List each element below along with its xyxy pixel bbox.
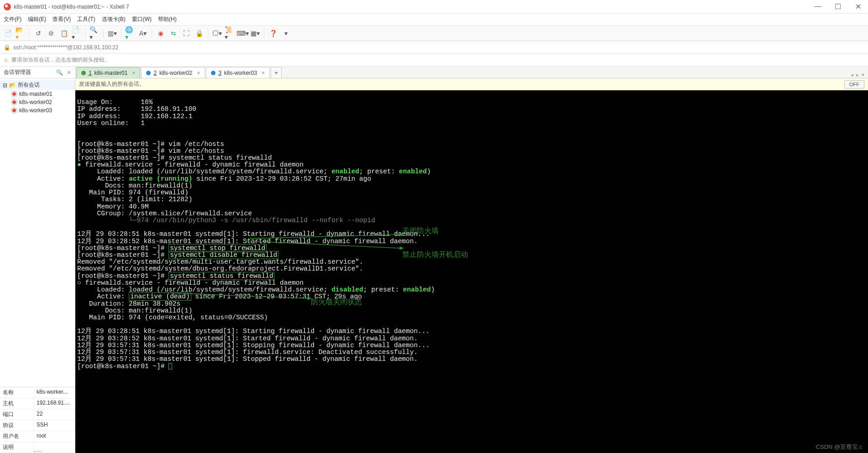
tab-close-icon[interactable]: × [197, 70, 200, 76]
session-tabs: 1 k8s-master01 × 2 k8s-worker02 × 3 k8s-… [75, 67, 868, 78]
window-controls: — ☐ ✕ [811, 2, 864, 11]
sidebar-search-icon[interactable]: 🔍 [56, 69, 63, 76]
tab-num: 1 [89, 70, 92, 76]
tab-close-icon[interactable]: × [132, 70, 135, 76]
ssh-lock-icon: 🔒 [4, 44, 11, 51]
disconnect-icon[interactable]: ⊘ [46, 28, 56, 38]
menu-window[interactable]: 窗口(W) [132, 16, 152, 23]
transfer-icon[interactable]: ⇆ [168, 28, 179, 38]
tree-root-label: 所有会话 [18, 81, 40, 89]
sidebar-resize-handle[interactable] [0, 450, 75, 453]
open-session-icon[interactable]: 📂▾ [16, 28, 26, 38]
tree-root[interactable]: ⊟ 📂 所有会话 [0, 80, 75, 90]
tab-label: k8s-worker02 [159, 70, 192, 76]
monitor-icon[interactable]: 🖵▾ [212, 28, 222, 38]
terminal[interactable]: Usage On: 16% IP address: 192.168.91.100… [75, 90, 868, 453]
tab-nav: ◂ ▸ ▾ [847, 72, 868, 78]
terminal-cursor [168, 363, 172, 370]
separator [121, 29, 121, 38]
tab-status-icon [81, 71, 86, 75]
session-label: k8s-worker03 [19, 107, 52, 114]
separator [208, 29, 208, 38]
search-icon[interactable]: 🔍▾ [89, 28, 100, 38]
layout-icon[interactable]: ▦▾ [250, 28, 260, 38]
broadcast-toggle[interactable]: OFF [844, 80, 864, 89]
menu-help[interactable]: 帮助(H) [158, 16, 177, 23]
separator [264, 29, 264, 38]
session-item-worker02[interactable]: k8s-worker02 [0, 98, 75, 106]
address-bar: 🔒 ssh://root:**************@192.168.91.1… [0, 41, 868, 54]
separator [103, 29, 104, 38]
menu-tabs[interactable]: 选项卡(B) [102, 16, 126, 23]
maximize-button[interactable]: ☐ [831, 2, 844, 11]
prop-row-name: 名称k8s-worker... [0, 387, 75, 398]
address-url[interactable]: ssh://root:**************@192.168.91.100… [13, 44, 118, 51]
font-icon[interactable]: A▾ [138, 28, 148, 38]
separator [152, 29, 152, 38]
window-titlebar: k8s-master01 - root@k8s-master01:~ - Xsh… [0, 0, 868, 14]
session-status-icon [11, 107, 17, 114]
sidebar-header: 会话管理器 🔍 ✕ [0, 67, 75, 78]
tab-worker03[interactable]: 3 k8s-worker03 × [206, 67, 270, 78]
globe-icon[interactable]: 🌐▾ [125, 28, 135, 38]
sidebar-title: 会话管理器 [4, 68, 31, 76]
separator [85, 29, 86, 38]
script-icon[interactable]: 📜▾ [225, 28, 235, 38]
toolbar: 📄 📂▾ ↺ ⊘ 📋 📄▾ 🔍▾ ▥▾ 🌐▾ A▾ ◉ ⇆ ⛶ 🔒 🖵▾ 📜▾ … [0, 26, 868, 41]
help-icon[interactable]: ❓ [268, 28, 278, 38]
session-label: k8s-master01 [19, 91, 53, 97]
broadcast-bar: 发送键盘输入的所有会话。 OFF [75, 78, 868, 90]
copy-icon[interactable]: 📋 [59, 28, 69, 38]
menubar: 文件(F) 编辑(E) 查看(V) 工具(T) 选项卡(B) 窗口(W) 帮助(… [0, 14, 868, 26]
more-icon[interactable]: ▾ [281, 28, 291, 38]
prop-row-port: 端口22 [0, 409, 75, 420]
new-session-icon[interactable]: 📄 [3, 28, 13, 38]
menu-tools[interactable]: 工具(T) [77, 16, 95, 23]
tab-next-icon[interactable]: ▸ [856, 72, 859, 78]
property-table: 名称k8s-worker... 主机192.168.91.... 端口22 协议… [0, 387, 75, 453]
session-status-icon [11, 91, 17, 97]
palette-icon[interactable]: ▥▾ [107, 28, 117, 38]
menu-edit[interactable]: 编辑(E) [28, 16, 46, 23]
separator [29, 29, 30, 38]
window-title: k8s-master01 - root@k8s-master01:~ - Xsh… [14, 4, 811, 10]
watermark: CSDN @至尊宝♫ [816, 444, 863, 450]
tab-num: 3 [218, 70, 221, 76]
keyboard-icon[interactable]: ⌨▾ [237, 28, 247, 38]
session-item-master01[interactable]: k8s-master01 [0, 90, 75, 98]
session-item-worker03[interactable]: k8s-worker03 [0, 106, 75, 115]
sidebar-close-icon[interactable]: ✕ [67, 69, 71, 76]
prop-row-user: 用户名root [0, 431, 75, 442]
fullscreen-icon[interactable]: ⛶ [181, 28, 191, 38]
tab-num: 2 [153, 70, 157, 76]
reconnect-icon[interactable]: ↺ [33, 28, 43, 38]
session-label: k8s-worker02 [19, 99, 52, 105]
minimize-button[interactable]: — [811, 2, 824, 11]
lock-icon[interactable]: 🔒 [194, 28, 204, 38]
tab-status-icon [146, 71, 151, 75]
app-icon [4, 3, 11, 10]
hint-text: 要添加当前会话，点击左侧的箭头按钮。 [11, 56, 110, 64]
tab-master01[interactable]: 1 k8s-master01 × [76, 67, 140, 78]
close-button[interactable]: ✕ [852, 2, 864, 11]
prop-row-proto: 协议SSH [0, 420, 75, 431]
annotation-disable: 禁止防火墙开机启动 [402, 251, 468, 259]
session-tree: ⊟ 📂 所有会话 k8s-master01 k8s-worker02 k8s-w… [0, 78, 75, 116]
collapse-icon[interactable]: ⊟ [3, 82, 7, 89]
hint-bar: ⚠ 要添加当前会话，点击左侧的箭头按钮。 [0, 54, 868, 67]
tab-prev-icon[interactable]: ◂ [851, 72, 853, 78]
tab-close-icon[interactable]: × [262, 70, 265, 76]
tab-worker02[interactable]: 2 k8s-worker02 × [141, 67, 205, 78]
tab-add-button[interactable]: + [271, 67, 282, 78]
paste-icon[interactable]: 📄▾ [72, 28, 82, 38]
tab-list-icon[interactable]: ▾ [862, 72, 864, 78]
menu-view[interactable]: 查看(V) [53, 16, 71, 23]
session-sidebar: 会话管理器 🔍 ✕ ⊟ 📂 所有会话 k8s-master01 k8s-work… [0, 67, 75, 453]
bookmark-icon[interactable]: ◉ [156, 28, 166, 38]
session-status-icon [11, 99, 17, 105]
folder-icon: 📂 [9, 82, 16, 89]
tab-status-icon [211, 71, 216, 75]
broadcast-text: 发送键盘输入的所有会话。 [79, 80, 145, 88]
menu-file[interactable]: 文件(F) [4, 16, 21, 23]
svg-marker-3 [400, 246, 404, 250]
